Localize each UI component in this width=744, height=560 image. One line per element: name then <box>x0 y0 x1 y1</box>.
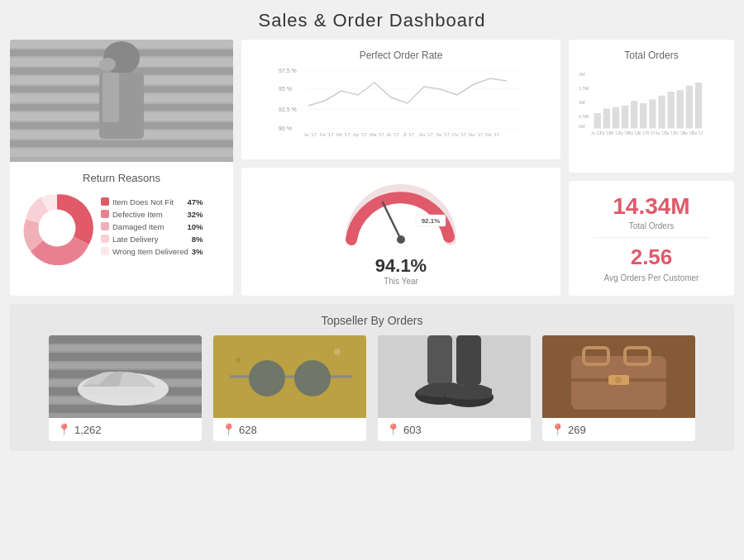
product-card-1: 📍 1,262 <box>49 335 202 441</box>
gauge-card: 92.1% 94.1% This Year <box>241 168 560 296</box>
svg-rect-51 <box>622 106 628 129</box>
svg-text:2M: 2M <box>579 73 585 78</box>
svg-text:1M: 1M <box>579 100 585 105</box>
gauge-svg: 92.1% <box>335 178 467 252</box>
perfect-order-card: Perfect Order Rate 97.5 % 95 % 92.5 % 90… <box>241 40 560 159</box>
svg-text:0.5M: 0.5M <box>579 114 589 119</box>
svg-rect-49 <box>603 108 610 128</box>
svg-rect-13 <box>10 149 233 157</box>
svg-text:Se '17: Se '17 <box>436 132 450 137</box>
page-title: Sales & Order Dashboard <box>10 10 734 31</box>
svg-rect-59 <box>695 83 702 129</box>
svg-text:92.1%: 92.1% <box>422 217 441 225</box>
svg-rect-55 <box>658 96 665 129</box>
product-card-4: 📍 269 <box>542 335 695 441</box>
svg-rect-50 <box>613 107 619 129</box>
svg-rect-52 <box>631 101 637 128</box>
svg-text:Ap '17: Ap '17 <box>353 132 367 137</box>
product-image-3 <box>378 335 531 418</box>
product-orders-1: 1,262 <box>74 424 102 436</box>
product-orders-3: 603 <box>403 424 422 436</box>
svg-text:95 %: 95 % <box>279 86 292 92</box>
middle-panel: Perfect Order Rate 97.5 % 95 % 92.5 % 90… <box>241 40 560 296</box>
avg-orders-value: 2.56 <box>631 244 673 270</box>
svg-rect-76 <box>49 363 202 368</box>
svg-rect-81 <box>49 405 202 413</box>
legend-color-5 <box>101 247 109 255</box>
product-footer-4: 📍 269 <box>542 418 695 441</box>
svg-point-107 <box>615 377 622 383</box>
svg-text:97.5 %: 97.5 % <box>279 68 297 74</box>
pie-chart <box>20 191 94 265</box>
svg-text:Ma '17: Ma '17 <box>370 132 384 137</box>
legend-item: Defective Item 32% <box>101 210 203 219</box>
svg-rect-96 <box>427 335 452 385</box>
legend-color-2 <box>101 210 109 218</box>
stat-divider <box>594 237 710 238</box>
svg-text:Oc '17: Oc '17 <box>452 132 467 137</box>
svg-rect-97 <box>456 335 481 385</box>
product-footer-1: 📍 1,262 <box>49 418 202 441</box>
svg-rect-48 <box>594 113 601 129</box>
perfect-order-chart: 97.5 % 95 % 92.5 % 90 % Ja '17 Fe '17 Mr… <box>251 66 551 140</box>
product-image-4 <box>542 335 695 418</box>
pin-icon-4: 📍 <box>551 423 565 436</box>
svg-text:De '17: De '17 <box>692 131 703 135</box>
svg-text:1.5M: 1.5M <box>579 86 589 91</box>
products-grid: 📍 1,262 <box>20 335 724 441</box>
svg-text:Au '17: Au '17 <box>419 132 433 137</box>
svg-rect-73 <box>49 335 202 344</box>
legend-item: Wrong Item Delivered 3% <box>101 247 203 256</box>
svg-text:No '17: No '17 <box>469 132 484 137</box>
total-orders-label: Total Orders <box>629 221 674 230</box>
topseller-title: Topseller By Orders <box>20 314 724 327</box>
bottom-section: Topseller By Orders <box>10 304 734 451</box>
svg-point-40 <box>397 235 405 244</box>
legend: Item Does Not Fit 47% Defective Item 32%… <box>101 197 203 259</box>
total-orders-value: 14.34M <box>613 195 689 218</box>
svg-point-86 <box>236 358 241 363</box>
svg-point-90 <box>294 360 331 396</box>
svg-text:Mr '17: Mr '17 <box>336 132 351 137</box>
product-card-3: 📍 603 <box>378 335 531 441</box>
legend-color-1 <box>101 197 109 206</box>
hero-image <box>10 40 233 162</box>
svg-rect-83 <box>80 387 155 395</box>
svg-rect-16 <box>103 73 119 122</box>
svg-text:92.5 %: 92.5 % <box>279 107 297 112</box>
svg-text:Jl '17: Jl '17 <box>646 131 656 135</box>
legend-item: Late Delivery 8% <box>101 235 203 244</box>
dashboard: Sales & Order Dashboard <box>0 0 744 560</box>
svg-text:Jn '17: Jn '17 <box>386 132 399 137</box>
left-panel: Return Reasons <box>10 40 233 296</box>
svg-rect-75 <box>49 353 202 361</box>
total-orders-chart-title: Total Orders <box>579 50 724 61</box>
svg-point-89 <box>249 360 285 396</box>
product-footer-3: 📍 603 <box>378 418 531 441</box>
svg-rect-54 <box>649 99 656 128</box>
svg-rect-56 <box>667 92 674 128</box>
return-reasons-card: Return Reasons <box>10 162 233 296</box>
total-orders-chart: 2M 1.5M 1M 0.5M 0M <box>579 66 724 139</box>
svg-point-88 <box>334 349 341 355</box>
pin-icon-3: 📍 <box>386 423 400 436</box>
pin-icon-1: 📍 <box>57 423 71 436</box>
product-image-2 <box>213 335 366 418</box>
legend-item: Item Does Not Fit 47% <box>101 197 203 206</box>
svg-point-18 <box>39 210 76 247</box>
svg-text:De '17: De '17 <box>485 132 500 137</box>
svg-rect-12 <box>10 140 233 147</box>
stats-card: 14.34M Total Orders 2.56 Avg Orders Per … <box>569 181 734 296</box>
total-orders-chart-card: Total Orders 2M 1.5M 1M 0.5M 0M <box>569 40 734 173</box>
svg-rect-58 <box>686 86 693 129</box>
svg-point-17 <box>99 58 116 71</box>
svg-text:Ja '17: Ja '17 <box>303 132 317 137</box>
gauge-label: This Year <box>384 277 418 286</box>
legend-color-4 <box>101 235 109 243</box>
top-section: Return Reasons <box>10 40 734 296</box>
product-image-1 <box>49 335 202 418</box>
svg-text:Jl '17: Jl '17 <box>403 132 414 137</box>
svg-rect-74 <box>49 345 202 351</box>
product-card-2: 📍 628 <box>213 335 366 441</box>
pin-icon-2: 📍 <box>222 423 236 436</box>
